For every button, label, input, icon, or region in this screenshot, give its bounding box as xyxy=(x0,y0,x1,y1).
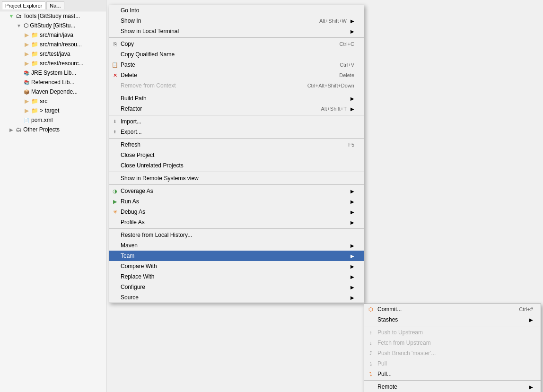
push-branch-icon: ⤴ xyxy=(367,349,375,357)
expand-icon: ▼ xyxy=(15,22,23,29)
import-icon: ⬇ xyxy=(111,118,119,125)
tree-item-ref-lib[interactable]: 📚 Referenced Lib... xyxy=(0,78,106,87)
submenu-arrow: ▶ xyxy=(350,29,354,34)
menu-maven[interactable]: Maven ▶ xyxy=(109,240,364,251)
tree-item-tools[interactable]: ▼ 🗂 Tools [GitStudy mast... xyxy=(0,11,106,21)
menu-close-project[interactable]: Close Project xyxy=(109,150,364,160)
menu-export[interactable]: ⬆ Export... xyxy=(109,127,364,137)
project-icon: ▼ xyxy=(8,12,15,20)
submenu-arrow: ▶ xyxy=(350,209,354,215)
menu-team[interactable]: Team ▶ xyxy=(109,251,364,261)
menu-replace-with[interactable]: Replace With ▶ xyxy=(109,271,364,282)
project-explorer-panel: Project Explorer Na... ▼ 🗂 Tools [GitStu… xyxy=(0,0,106,392)
menu-profile-as[interactable]: Profile As ▶ xyxy=(109,217,364,227)
maven-icon: 📦 xyxy=(23,88,30,96)
xml-icon: 📄 xyxy=(23,116,30,124)
submenu-arrow-2: ▶ xyxy=(529,317,533,322)
submenu-push-upstream[interactable]: ↑ Push to Upstream xyxy=(364,327,541,338)
team-separator-2 xyxy=(364,380,541,381)
folder-icon: ▶ xyxy=(23,31,30,39)
menu-show-in[interactable]: Show In Alt+Shift+W ▶ xyxy=(109,16,364,26)
tree-item-src-main-java[interactable]: ▶ 📁 src/main/java xyxy=(0,30,106,40)
commit-icon: ⬡ xyxy=(367,305,375,313)
submenu-arrow: ▶ xyxy=(350,106,354,112)
submenu-remote[interactable]: Remote ▶ xyxy=(364,382,541,392)
menu-remove-context[interactable]: Remove from Context Ctrl+Alt+Shift+Down xyxy=(109,80,364,91)
fetch-icon: ↓ xyxy=(367,339,375,347)
submenu-pull-ellipsis[interactable]: ⤵ Pull... xyxy=(364,369,541,379)
tree-item-maven-dep[interactable]: 📦 Maven Depende... xyxy=(0,87,106,96)
menu-refresh[interactable]: Refresh F5 xyxy=(109,139,364,150)
submenu-commit[interactable]: ⬡ Commit... Ctrl+# xyxy=(364,304,541,314)
tree-item-src[interactable]: ▶ 📁 src xyxy=(0,96,106,106)
submenu-arrow: ▶ xyxy=(350,220,354,225)
submenu-fetch-upstream[interactable]: ↓ Fetch from Upstream xyxy=(364,338,541,348)
tree-item-gitstudy[interactable]: ▼ ⬡ GitStudy [GitStu... xyxy=(0,21,106,30)
lib-icon: 📚 xyxy=(23,69,30,77)
submenu-arrow: ▶ xyxy=(350,253,354,259)
tree-item-other-projects[interactable]: ▶ 🗂 Other Projects xyxy=(0,125,106,134)
tree-item-src-main-resources[interactable]: ▶ 📁 src/main/resou... xyxy=(0,40,106,49)
tree-item-jre[interactable]: 📚 JRE System Lib... xyxy=(0,68,106,78)
separator-1 xyxy=(109,37,364,38)
menu-go-into[interactable]: Go Into xyxy=(109,5,364,16)
folder-icon-3: ▶ xyxy=(23,50,30,58)
separator-7 xyxy=(109,228,364,229)
folder-icon-4: ▶ xyxy=(23,60,30,67)
menu-import[interactable]: ⬇ Import... xyxy=(109,116,364,127)
folder-icon-5: ▶ xyxy=(23,97,30,105)
menu-delete[interactable]: ✕ Delete Delete xyxy=(109,70,364,80)
tree-item-src-test-java[interactable]: ▶ 📁 src/test/java xyxy=(0,49,106,59)
submenu-arrow: ▶ xyxy=(350,243,354,248)
submenu-arrow: ▶ xyxy=(350,199,354,204)
menu-copy-qualified[interactable]: Copy Qualified Name xyxy=(109,49,364,60)
submenu-arrow: ▶ xyxy=(350,96,354,101)
separator-6 xyxy=(109,184,364,185)
menu-debug-as[interactable]: ✳ Debug As ▶ xyxy=(109,207,364,217)
menu-copy[interactable]: ⎘ Copy Ctrl+C xyxy=(109,39,364,49)
push-icon: ↑ xyxy=(367,329,375,336)
separator-3 xyxy=(109,115,364,115)
submenu-arrow: ▶ xyxy=(350,264,354,269)
submenu-push-branch[interactable]: ⤴ Push Branch 'master'... xyxy=(364,348,541,358)
submenu-arrow: ▶ xyxy=(350,274,354,279)
context-menu: Go Into Show In Alt+Shift+W ▶ Show in Lo… xyxy=(109,5,364,303)
menu-source[interactable]: Source ▶ xyxy=(109,292,364,303)
menu-show-local-terminal[interactable]: Show in Local Terminal ▶ xyxy=(109,26,364,36)
menu-compare-with[interactable]: Compare With ▶ xyxy=(109,261,364,271)
delete-icon: ✕ xyxy=(111,71,119,79)
menu-restore-history[interactable]: Restore from Local History... xyxy=(109,230,364,240)
coverage-icon: ◑ xyxy=(111,187,119,195)
menu-paste[interactable]: 📋 Paste Ctrl+V xyxy=(109,60,364,70)
menu-build-path[interactable]: Build Path ▶ xyxy=(109,93,364,104)
menu-refactor[interactable]: Refactor Alt+Shift+T ▶ xyxy=(109,104,364,114)
tree-item-target[interactable]: ▶ 📁 > target xyxy=(0,106,106,115)
debug-icon: ✳ xyxy=(111,208,119,216)
menu-close-unrelated[interactable]: Close Unrelated Projects xyxy=(109,160,364,171)
export-icon: ⬆ xyxy=(111,128,119,136)
submenu-arrow: ▶ xyxy=(350,189,354,194)
submenu-arrow-3: ▶ xyxy=(529,384,533,390)
menu-run-as[interactable]: ▶ Run As ▶ xyxy=(109,196,364,207)
submenu-stashes[interactable]: Stashes ▶ xyxy=(364,314,541,325)
panel-header: Project Explorer Na... xyxy=(0,0,106,11)
menu-configure[interactable]: Configure ▶ xyxy=(109,282,364,292)
tab-na[interactable]: Na... xyxy=(46,1,64,9)
separator-2 xyxy=(109,92,364,92)
lib-icon-2: 📚 xyxy=(23,78,30,86)
run-icon: ▶ xyxy=(111,198,119,205)
tree-item-src-test-resources[interactable]: ▶ 📁 src/test/resourc... xyxy=(0,59,106,68)
pull-icon: ⤵ xyxy=(367,360,375,367)
menu-show-remote[interactable]: Show in Remote Systems view xyxy=(109,173,364,183)
submenu-pull[interactable]: ⤵ Pull xyxy=(364,358,541,369)
folder-icon-2: ▶ xyxy=(23,41,30,48)
menu-coverage-as[interactable]: ◑ Coverage As ▶ xyxy=(109,186,364,196)
folder-icon-6: ▶ xyxy=(23,107,30,114)
separator-4 xyxy=(109,138,364,139)
tree-item-pom[interactable]: 📄 pom.xml xyxy=(0,115,106,125)
separator-5 xyxy=(109,172,364,172)
submenu-team: ⬡ Commit... Ctrl+# Stashes ▶ ↑ Push to U… xyxy=(364,304,541,392)
submenu-arrow: ▶ xyxy=(350,285,354,290)
tab-project-explorer[interactable]: Project Explorer xyxy=(2,1,45,9)
paste-icon: 📋 xyxy=(111,61,119,69)
